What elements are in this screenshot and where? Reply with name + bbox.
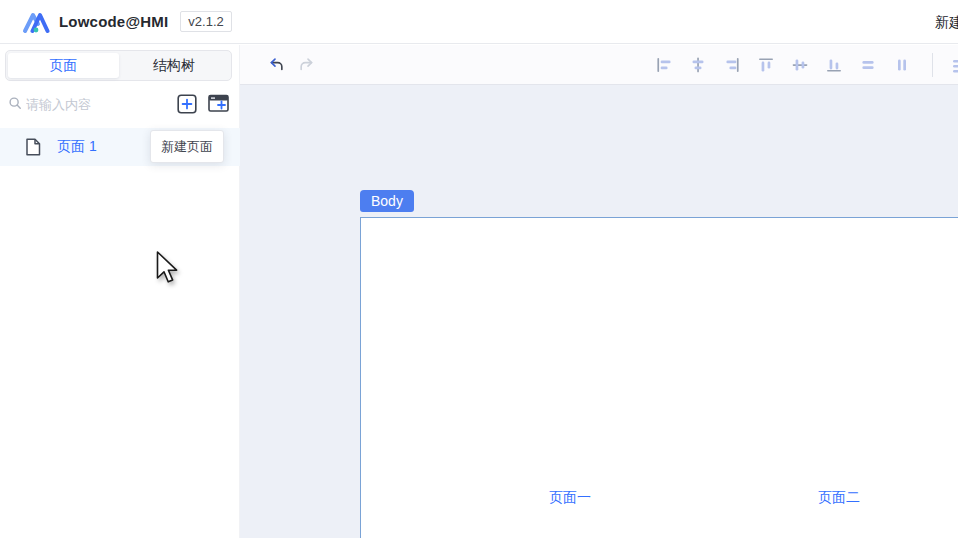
canvas-toolbar	[240, 45, 958, 85]
align-tools-group	[656, 57, 910, 73]
page-link-2[interactable]: 页面二	[818, 489, 860, 507]
app-logo-icon	[22, 10, 50, 34]
app-header: Lowcode@HMI v2.1.2 新建	[0, 0, 958, 44]
add-page-button[interactable]	[176, 94, 198, 116]
search-input[interactable]	[26, 92, 158, 116]
body-frame[interactable]: 页面一 页面二	[360, 217, 958, 538]
add-page-tooltip: 新建页面	[150, 130, 224, 163]
window-add-icon	[208, 94, 229, 113]
align-right-icon[interactable]	[724, 57, 740, 73]
tab-structure-tree-label: 结构树	[153, 57, 195, 75]
distribute-horizontal-icon[interactable]	[860, 57, 876, 73]
tab-pages-label: 页面	[49, 57, 77, 75]
partial-tool-icon[interactable]	[952, 57, 958, 73]
distribute-vertical-icon[interactable]	[894, 57, 910, 73]
add-window-button[interactable]	[207, 94, 229, 116]
version-badge: v2.1.2	[180, 11, 231, 32]
page-item-label: 页面 1	[57, 138, 97, 156]
page-link-1[interactable]: 页面一	[549, 489, 591, 507]
plus-square-icon	[177, 94, 197, 114]
body-tag[interactable]: Body	[360, 190, 414, 212]
canvas[interactable]: Body 页面一 页面二	[240, 85, 958, 538]
tab-structure-tree[interactable]: 结构树	[119, 53, 230, 78]
new-project-button[interactable]: 新建	[935, 14, 958, 32]
search-icon	[8, 96, 22, 110]
align-bottom-icon[interactable]	[826, 57, 842, 73]
file-icon	[25, 138, 41, 156]
align-center-y-icon[interactable]	[792, 57, 808, 73]
app-title: Lowcode@HMI	[59, 13, 168, 30]
sidebar: 页面 结构树	[0, 45, 240, 538]
undo-icon[interactable]	[266, 56, 284, 74]
sidebar-tabs: 页面 结构树	[5, 50, 232, 81]
align-center-x-icon[interactable]	[690, 57, 706, 73]
tab-pages[interactable]: 页面	[8, 53, 119, 78]
align-top-icon[interactable]	[758, 57, 774, 73]
redo-icon[interactable]	[299, 56, 317, 74]
align-left-icon[interactable]	[656, 57, 672, 73]
toolbar-divider	[932, 53, 933, 77]
page-search-row	[0, 90, 240, 118]
